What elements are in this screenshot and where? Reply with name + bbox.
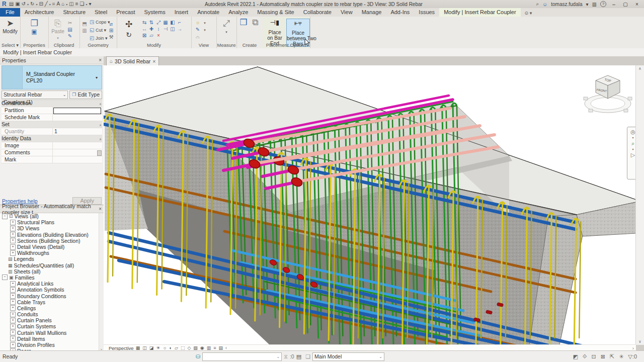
expand-icon[interactable]: + bbox=[10, 220, 16, 225]
tree-item-structural-plans[interactable]: +Structural Plans bbox=[0, 219, 99, 225]
modify-tool-icon[interactable]: ↕ bbox=[155, 26, 162, 32]
property-value[interactable] bbox=[53, 107, 102, 114]
paste-button[interactable]: ⎘ Paste ▾ bbox=[50, 19, 65, 41]
edit-type-button[interactable]: ❐ Edit Type bbox=[69, 90, 102, 99]
collapse-group-icon[interactable]: » bbox=[97, 123, 104, 126]
property-value[interactable] bbox=[53, 149, 102, 156]
tree-item-conduits[interactable]: +Conduits bbox=[0, 311, 99, 317]
default-3d-view-icon-dropdown[interactable]: ▾ bbox=[66, 3, 67, 6]
modify-button[interactable]: ➤ Modify bbox=[2, 19, 19, 34]
tree-item-boundary-conditions[interactable]: +Boundary Conditions bbox=[0, 293, 99, 299]
project-browser-close-icon[interactable]: × bbox=[99, 206, 102, 212]
tree-item-walkthroughs[interactable]: +Walkthroughs bbox=[0, 250, 99, 256]
measure-button[interactable]: ⤢ ▾ bbox=[219, 19, 233, 35]
tree-item-detail-items[interactable]: +Detail Items bbox=[0, 336, 99, 342]
tree-item-elevations-building-elevation-[interactable]: +Elevations (Building Elevation) bbox=[0, 232, 99, 238]
create-similar-button[interactable]: ⧉ bbox=[250, 18, 261, 28]
properties-toggle-button[interactable]: ❐ ▣ bbox=[27, 19, 41, 35]
select-links-icon[interactable]: ◩ bbox=[573, 353, 578, 360]
steering-wheel-icon[interactable]: ◎ bbox=[630, 129, 635, 135]
hide-isolate-icon[interactable]: ▧ bbox=[193, 345, 198, 350]
worksharing-display-icon[interactable]: ▤ bbox=[218, 345, 223, 350]
tree-item-3d-views[interactable]: +3D Views bbox=[0, 225, 99, 231]
crop-view-icon[interactable]: ▱ bbox=[175, 345, 178, 350]
modify-tool-icon[interactable]: ⇆ bbox=[141, 20, 148, 26]
expand-icon[interactable]: + bbox=[10, 293, 16, 299]
tab-systems[interactable]: Systems bbox=[139, 8, 170, 17]
expand-icon[interactable]: − bbox=[2, 214, 8, 219]
view-tab-3d-solid-rebar[interactable]: ⌂ 3D Solid Rebar × bbox=[106, 56, 159, 65]
cope-button[interactable]: ◳ Cope ▾ bbox=[90, 19, 110, 25]
expand-icon[interactable]: − bbox=[2, 275, 8, 280]
rendering-dialog-icon[interactable]: ◐ bbox=[170, 345, 172, 350]
background-process-icon[interactable]: ✳ bbox=[619, 353, 623, 360]
tree-item-annotation-symbols[interactable]: +Annotation Symbols bbox=[0, 287, 99, 293]
switch-windows-icon-dropdown[interactable]: ▾ bbox=[86, 3, 87, 6]
expand-icon[interactable]: + bbox=[10, 324, 16, 329]
reveal-hidden-icon[interactable]: ◉ bbox=[200, 345, 204, 350]
navbar-chevron-icon[interactable]: ▾ bbox=[632, 136, 633, 139]
undo-icon[interactable]: ↺ bbox=[22, 1, 26, 7]
modify-tool-icon[interactable]: ◧ bbox=[169, 20, 176, 26]
split-face-icon[interactable]: ⧄ bbox=[108, 21, 115, 27]
rotate-icon[interactable]: ↻ bbox=[119, 30, 139, 40]
lightbulb-icon[interactable]: ☼ bbox=[194, 20, 201, 26]
modify-tool-icon[interactable]: ◫ bbox=[169, 26, 176, 32]
modify-tool-icon[interactable]: ⊠ bbox=[141, 33, 148, 39]
properties-close-icon[interactable]: × bbox=[99, 57, 102, 63]
type-selector[interactable]: M_Standard Coupler CPL20 ▾ bbox=[2, 65, 102, 89]
model-text-icon[interactable]: A bbox=[56, 1, 60, 7]
expand-icon[interactable]: + bbox=[10, 330, 16, 335]
place-on-bar-end-button[interactable]: ⊣▮ Place on Bar End bbox=[263, 19, 286, 46]
expand-icon[interactable]: + bbox=[10, 281, 16, 287]
switch-windows-icon[interactable]: ❏ bbox=[80, 1, 85, 7]
collapse-vcb-icon[interactable]: ‹ bbox=[225, 345, 227, 350]
aligned-dimension-icon[interactable]: ⌗ bbox=[52, 1, 55, 7]
collapse-group-icon[interactable]: » bbox=[97, 137, 104, 140]
drag-on-selection-icon[interactable]: ⇱ bbox=[610, 353, 614, 360]
pan-tool-icon[interactable]: ▷ bbox=[631, 152, 635, 158]
tab-modify-insert-rebar-coupler[interactable]: Modify | Insert Rebar Coupler bbox=[439, 8, 520, 17]
properties-header[interactable]: Properties × bbox=[0, 56, 104, 64]
tree-item-ceilings[interactable]: +Ceilings bbox=[0, 305, 99, 311]
tree-item-legends[interactable]: ▤Legends bbox=[0, 256, 99, 262]
expand-icon[interactable]: + bbox=[10, 238, 16, 243]
select-by-face-icon[interactable]: ⊠ bbox=[601, 353, 605, 360]
tree-item-cable-trays[interactable]: +Cable Trays bbox=[0, 299, 99, 305]
worksets-icon[interactable]: ⛁ bbox=[196, 353, 200, 360]
value-browse-button[interactable] bbox=[97, 150, 102, 156]
tab-massing-site[interactable]: Massing & Site bbox=[253, 8, 298, 17]
copy-to-clipboard-icon[interactable]: ▤ bbox=[66, 27, 73, 33]
scroll-down-icon[interactable]: ∨ bbox=[638, 339, 641, 344]
panel-select-label[interactable]: Select ▾ bbox=[0, 42, 20, 48]
navbar-chevron-icon-2[interactable]: ▾ bbox=[632, 148, 633, 151]
type-selector-dropdown-icon[interactable]: ▾ bbox=[96, 75, 102, 80]
project-browser-header[interactable]: Project Browser - Automatically match co… bbox=[0, 205, 104, 213]
redo-icon[interactable]: ↻ bbox=[30, 1, 34, 7]
expand-icon[interactable]: + bbox=[10, 244, 16, 250]
default-3d-view-icon[interactable]: ⌂ bbox=[61, 1, 64, 7]
modify-tool-icon[interactable]: × bbox=[155, 33, 162, 39]
modify-tool-icon[interactable]: ✚ bbox=[148, 26, 155, 32]
detail-level-icon[interactable]: ◫ bbox=[142, 345, 147, 350]
view-scale-icon[interactable]: ▦ bbox=[136, 345, 140, 350]
tree-item-sheets-all-[interactable]: ▥Sheets (all) bbox=[0, 268, 99, 275]
show-crop-region-icon[interactable]: ⬚ bbox=[181, 345, 185, 350]
tab-collaborate[interactable]: Collaborate bbox=[299, 8, 336, 17]
tab-steel[interactable]: Steel bbox=[90, 8, 112, 17]
scroll-up-icon[interactable]: ∧ bbox=[638, 66, 641, 71]
tab-view[interactable]: View bbox=[336, 8, 357, 17]
visual-style-icon[interactable]: ◪ bbox=[149, 345, 154, 350]
cut-geometry-icon[interactable]: ⬒ bbox=[81, 21, 88, 27]
property-value[interactable] bbox=[53, 142, 102, 149]
measure-icon[interactable]: ╱ bbox=[45, 1, 48, 7]
modify-tool-icon[interactable]: → bbox=[176, 26, 183, 32]
create-assembly-button[interactable]: ❒ bbox=[238, 18, 249, 28]
select-underlay-icon[interactable]: ⟐ bbox=[583, 353, 587, 360]
expand-icon[interactable]: + bbox=[10, 232, 16, 237]
tab-analyze[interactable]: Analyze bbox=[224, 8, 253, 17]
expand-icon[interactable]: + bbox=[10, 299, 16, 305]
modify-tool-icon[interactable]: ▱ bbox=[148, 33, 155, 39]
tab-structure[interactable]: Structure bbox=[58, 8, 90, 17]
expand-icon[interactable]: + bbox=[10, 226, 16, 231]
